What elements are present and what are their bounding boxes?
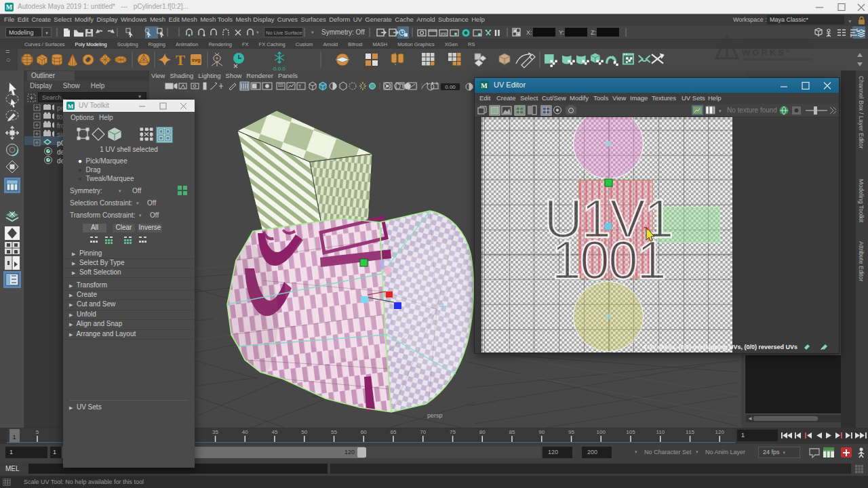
svg-text:M: M — [481, 82, 488, 89]
svg-text:persp: persp — [427, 412, 443, 419]
svg-text:95: 95 — [568, 429, 574, 435]
svg-text:120: 120 — [715, 429, 725, 435]
svg-text:50: 50 — [301, 429, 307, 435]
svg-text:M: M — [68, 103, 74, 110]
svg-text:100: 100 — [597, 429, 606, 435]
svg-text:35: 35 — [212, 429, 218, 435]
svg-text:T: T — [176, 52, 185, 68]
svg-text:105: 105 — [626, 429, 635, 435]
svg-text:WORKS°: WORKS° — [742, 47, 791, 58]
svg-text:0,0,0: 0,0,0 — [273, 66, 285, 70]
svg-text:1: 1 — [12, 434, 16, 441]
svg-text:45: 45 — [272, 429, 278, 435]
svg-text:5: 5 — [36, 429, 39, 435]
svg-text:110: 110 — [656, 429, 665, 435]
svg-text:PROTOTYPE: PROTOTYPE — [742, 37, 810, 48]
svg-text:75: 75 — [450, 429, 456, 435]
svg-text:70: 70 — [420, 429, 426, 435]
svg-text:80: 80 — [479, 429, 486, 435]
svg-text:55: 55 — [331, 429, 337, 435]
svg-text:115: 115 — [686, 429, 694, 435]
svg-text:90: 90 — [538, 429, 545, 435]
svg-text:IPR: IPR — [441, 32, 447, 36]
svg-text:0.00: 0.00 — [445, 84, 456, 90]
svg-text:M: M — [6, 3, 13, 11]
svg-text:40: 40 — [242, 429, 248, 435]
svg-text:60: 60 — [361, 429, 367, 435]
svg-text:T: T — [298, 84, 302, 89]
svg-text:svg: svg — [191, 57, 200, 63]
svg-text:65: 65 — [391, 429, 397, 435]
svg-text:85: 85 — [509, 429, 515, 435]
